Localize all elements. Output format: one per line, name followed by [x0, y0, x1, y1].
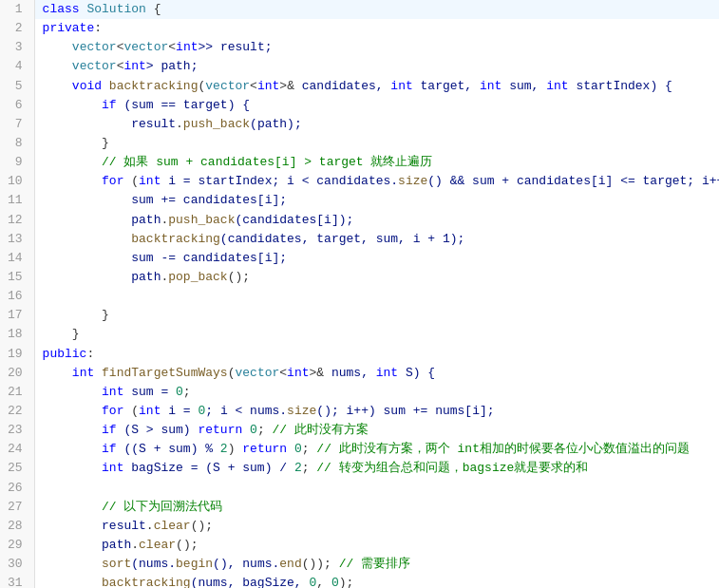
line-number: 16 — [0, 287, 34, 306]
table-row: 4 vector<int> path; — [0, 57, 719, 76]
line-number: 17 — [0, 306, 34, 325]
line-code: backtracking(candidates, target, sum, i … — [34, 230, 719, 249]
code-container: 1class Solution {2private:3 vector<vecto… — [0, 0, 719, 588]
line-code: vector<int> path; — [34, 57, 719, 76]
line-code: path.pop_back(); — [34, 268, 719, 287]
table-row: 31 backtracking(nums, bagSize, 0, 0); — [0, 574, 719, 588]
table-row: 10 for (int i = startIndex; i < candidat… — [0, 172, 719, 191]
line-number: 15 — [0, 268, 34, 287]
line-number: 2 — [0, 19, 34, 38]
line-code: } — [34, 325, 719, 344]
table-row: 20 int findTargetSumWays(vector<int>& nu… — [0, 364, 719, 383]
table-row: 13 backtracking(candidates, target, sum,… — [0, 230, 719, 249]
line-code: sum += candidates[i]; — [34, 191, 719, 210]
line-number: 18 — [0, 325, 34, 344]
line-code: private: — [34, 19, 719, 38]
table-row: 19public: — [0, 345, 719, 364]
line-code: for (int i = startIndex; i < candidates.… — [34, 172, 719, 191]
table-row: 23 if (S > sum) return 0; // 此时没有方案 — [0, 421, 719, 440]
line-code: sort(nums.begin(), nums.end()); // 需要排序 — [34, 555, 719, 574]
line-code: } — [34, 134, 719, 153]
line-number: 8 — [0, 134, 34, 153]
table-row: 1class Solution { — [0, 0, 719, 19]
line-code: } — [34, 306, 719, 325]
line-code: void backtracking(vector<int>& candidate… — [34, 77, 719, 96]
line-code: // 如果 sum + candidates[i] > target 就终止遍历 — [34, 153, 719, 172]
line-code: result.clear(); — [34, 517, 719, 536]
line-code: int findTargetSumWays(vector<int>& nums,… — [34, 364, 719, 383]
line-code: result.push_back(path); — [34, 115, 719, 134]
line-number: 3 — [0, 38, 34, 57]
line-number: 20 — [0, 364, 34, 383]
line-code: if (S > sum) return 0; // 此时没有方案 — [34, 421, 719, 440]
line-code: vector<vector<int>> result; — [34, 38, 719, 57]
table-row: 3 vector<vector<int>> result; — [0, 38, 719, 57]
line-number: 10 — [0, 172, 34, 191]
line-code: int bagSize = (S + sum) / 2; // 转变为组合总和问… — [34, 459, 719, 478]
table-row: 17 } — [0, 306, 719, 325]
line-number: 19 — [0, 345, 34, 364]
table-row: 18 } — [0, 325, 719, 344]
table-row: 14 sum -= candidates[i]; — [0, 249, 719, 268]
line-code: path.push_back(candidates[i]); — [34, 211, 719, 230]
table-row: 25 int bagSize = (S + sum) / 2; // 转变为组合… — [0, 459, 719, 478]
table-row: 6 if (sum == target) { — [0, 96, 719, 115]
line-number: 23 — [0, 421, 34, 440]
table-row: 9 // 如果 sum + candidates[i] > target 就终止… — [0, 153, 719, 172]
line-code — [34, 287, 719, 306]
line-code: // 以下为回溯法代码 — [34, 498, 719, 517]
line-number: 22 — [0, 402, 34, 421]
line-code: path.clear(); — [34, 536, 719, 555]
line-number: 6 — [0, 96, 34, 115]
table-row: 15 path.pop_back(); — [0, 268, 719, 287]
line-number: 30 — [0, 555, 34, 574]
line-number: 1 — [0, 0, 34, 19]
line-number: 25 — [0, 459, 34, 478]
table-row: 29 path.clear(); — [0, 536, 719, 555]
line-code: for (int i = 0; i < nums.size(); i++) su… — [34, 402, 719, 421]
line-number: 24 — [0, 440, 34, 459]
line-code: public: — [34, 345, 719, 364]
line-code: if (sum == target) { — [34, 96, 719, 115]
table-row: 27 // 以下为回溯法代码 — [0, 498, 719, 517]
table-row: 21 int sum = 0; — [0, 383, 719, 402]
table-row: 22 for (int i = 0; i < nums.size(); i++)… — [0, 402, 719, 421]
line-number: 28 — [0, 517, 34, 536]
table-row: 24 if ((S + sum) % 2) return 0; // 此时没有方… — [0, 440, 719, 459]
table-row: 5 void backtracking(vector<int>& candida… — [0, 77, 719, 96]
line-number: 5 — [0, 77, 34, 96]
line-code: if ((S + sum) % 2) return 0; // 此时没有方案，两… — [34, 440, 719, 459]
table-row: 26 — [0, 479, 719, 498]
line-number: 7 — [0, 115, 34, 134]
line-number: 4 — [0, 57, 34, 76]
line-code — [34, 479, 719, 498]
line-number: 14 — [0, 249, 34, 268]
table-row: 2private: — [0, 19, 719, 38]
table-row: 8 } — [0, 134, 719, 153]
table-row: 28 result.clear(); — [0, 517, 719, 536]
line-number: 26 — [0, 479, 34, 498]
table-row: 7 result.push_back(path); — [0, 115, 719, 134]
line-number: 13 — [0, 230, 34, 249]
table-row: 30 sort(nums.begin(), nums.end()); // 需要… — [0, 555, 719, 574]
line-code: backtracking(nums, bagSize, 0, 0); — [34, 574, 719, 588]
table-row: 12 path.push_back(candidates[i]); — [0, 211, 719, 230]
line-number: 9 — [0, 153, 34, 172]
table-row: 11 sum += candidates[i]; — [0, 191, 719, 210]
line-number: 29 — [0, 536, 34, 555]
line-number: 12 — [0, 211, 34, 230]
line-code: sum -= candidates[i]; — [34, 249, 719, 268]
line-code: int sum = 0; — [34, 383, 719, 402]
code-table: 1class Solution {2private:3 vector<vecto… — [0, 0, 719, 588]
table-row: 16 — [0, 287, 719, 306]
line-number: 11 — [0, 191, 34, 210]
line-number: 21 — [0, 383, 34, 402]
line-code: class Solution { — [34, 0, 719, 19]
line-number: 31 — [0, 574, 34, 588]
line-number: 27 — [0, 498, 34, 517]
